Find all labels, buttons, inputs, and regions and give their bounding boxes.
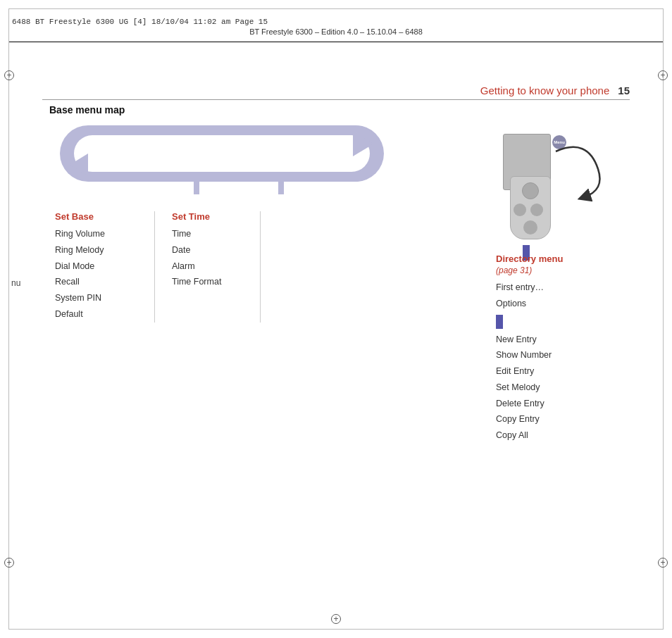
menu-columns: Set Base Ring Volume Ring Melody Dial Mo… (49, 211, 261, 323)
set-time-date: Date (166, 242, 249, 258)
dir-copy-entry: Copy Entry (496, 411, 637, 427)
reg-mark-bottom (331, 614, 341, 624)
edition-subtitle: BT Freestyle 6300 – Edition 4.0 – 15.10.… (9, 27, 663, 36)
directory-section: Directory menu (page 31) First entry… Op… (496, 254, 637, 444)
section-title: Getting to know your phone (480, 85, 609, 96)
set-base-title: Set Base (49, 211, 143, 222)
set-base-recall: Recall (49, 274, 143, 290)
directory-menu-subtitle: (page 31) (496, 265, 637, 275)
col-set-time: Set Time Time Date Alarm Time Format (155, 211, 261, 323)
phone-base-image: Menu (503, 134, 616, 254)
dir-set-melody: Set Melody (496, 380, 637, 396)
tick-down-right (278, 182, 284, 194)
page-header: 6488 BT Freestyle 6300 UG [4] 18/10/04 1… (9, 8, 663, 42)
set-time-time: Time (166, 226, 249, 242)
pill-inner (74, 135, 370, 172)
set-time-format: Time Format (166, 274, 249, 290)
dir-show-number: Show Number (496, 347, 637, 363)
phone-btn-3 (523, 220, 537, 234)
arrow-diagram (49, 125, 394, 196)
dir-copy-all: Copy All (496, 427, 637, 444)
page-number: 15 (618, 85, 630, 96)
reg-mark-right-bottom (658, 558, 668, 568)
arrow-pill (60, 125, 384, 182)
reg-mark-right-top (658, 70, 668, 80)
col-set-base: Set Base Ring Volume Ring Melody Dial Mo… (49, 211, 155, 323)
set-base-default: Default (49, 306, 143, 323)
set-time-alarm: Alarm (166, 258, 249, 275)
set-base-ring-melody: Ring Melody (49, 242, 143, 258)
set-base-ring-volume: Ring Volume (49, 226, 143, 242)
dir-first-entry: First entry… (496, 280, 637, 296)
dir-edit-entry: Edit Entry (496, 363, 637, 380)
file-info: 6488 BT Freestyle 6300 UG [4] 18/10/04 1… (9, 15, 663, 26)
phone-area: Menu (503, 134, 616, 261)
phone-speaker (522, 182, 539, 199)
set-time-title: Set Time (166, 211, 249, 222)
arrow-left-chevron (70, 154, 88, 176)
arrow-right-chevron (353, 131, 374, 156)
nu-label: nu (11, 278, 20, 288)
set-base-system-pin: System PIN (49, 290, 143, 306)
directory-menu-title: Directory menu (496, 254, 637, 264)
dir-options: Options (496, 296, 637, 312)
section-title-row: Getting to know your phone 15 (42, 85, 630, 100)
phone-btn-1 (514, 204, 526, 216)
curved-arrow-svg (545, 134, 616, 204)
phone-btn-2 (530, 204, 543, 216)
tick-down-left (194, 182, 199, 194)
menu-map-heading: Base menu map (49, 104, 125, 115)
reg-mark-left-top (4, 70, 14, 80)
dir-new-entry: New Entry (496, 332, 637, 348)
set-base-dial-mode: Dial Mode (49, 258, 143, 275)
dir-blue-indicator (496, 315, 503, 329)
reg-mark-left-bottom (4, 558, 14, 568)
dir-delete-entry: Delete Entry (496, 396, 637, 412)
